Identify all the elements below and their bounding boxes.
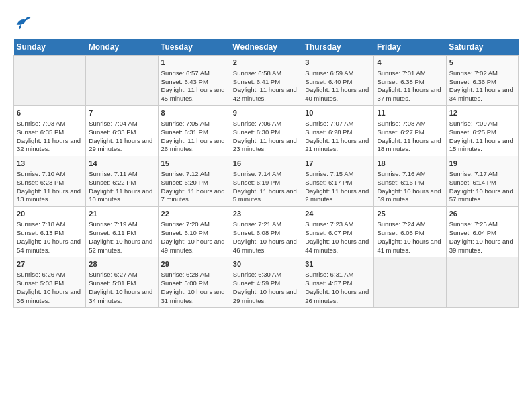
sunset-text: Sunset: 6:43 PM [161, 78, 227, 87]
daylight-text: Daylight: 11 hours and 5 minutes. [233, 187, 299, 205]
sunset-text: Sunset: 6:08 PM [233, 229, 299, 238]
sunset-text: Sunset: 6:05 PM [377, 229, 443, 238]
daylight-text: Daylight: 10 hours and 41 minutes. [377, 238, 443, 255]
sunrise-text: Sunrise: 7:16 AM [377, 170, 443, 179]
sunrise-text: Sunrise: 7:11 AM [89, 170, 154, 179]
sunrise-text: Sunrise: 7:08 AM [377, 120, 443, 128]
sunset-text: Sunset: 6:19 PM [233, 179, 299, 187]
sunrise-text: Sunrise: 6:30 AM [233, 271, 299, 279]
daylight-text: Daylight: 11 hours and 13 minutes. [17, 187, 83, 205]
page-header [13, 13, 519, 32]
calendar-cell: 14Sunrise: 7:11 AMSunset: 6:22 PMDayligh… [86, 156, 158, 207]
day-number: 12 [449, 108, 515, 118]
daylight-text: Daylight: 11 hours and 10 minutes. [89, 187, 154, 205]
day-number: 11 [377, 108, 443, 118]
sunrise-text: Sunrise: 7:24 AM [377, 220, 443, 229]
sunset-text: Sunset: 6:36 PM [449, 78, 515, 87]
calendar-cell: 21Sunrise: 7:19 AMSunset: 6:11 PMDayligh… [86, 207, 158, 257]
calendar-table: SundayMondayTuesdayWednesdayThursdayFrid… [13, 39, 519, 308]
day-number: 15 [161, 158, 227, 169]
day-number: 31 [305, 259, 371, 269]
calendar-cell: 15Sunrise: 7:12 AMSunset: 6:20 PMDayligh… [158, 156, 230, 207]
sunrise-text: Sunrise: 7:02 AM [449, 69, 515, 78]
day-number: 17 [305, 158, 371, 169]
calendar-cell: 8Sunrise: 7:05 AMSunset: 6:31 PMDaylight… [158, 106, 230, 156]
sunrise-text: Sunrise: 6:57 AM [161, 69, 227, 78]
sunrise-text: Sunrise: 7:03 AM [17, 120, 83, 128]
sunrise-text: Sunrise: 7:14 AM [233, 170, 299, 179]
sunset-text: Sunset: 4:57 PM [305, 279, 371, 288]
calendar-week-1: 1Sunrise: 6:57 AMSunset: 6:43 PMDaylight… [14, 56, 519, 106]
day-header-monday: Monday [86, 39, 158, 56]
day-number: 18 [377, 158, 443, 169]
calendar-cell: 18Sunrise: 7:16 AMSunset: 6:16 PMDayligh… [374, 156, 446, 207]
calendar-cell [374, 257, 446, 308]
sunrise-text: Sunrise: 6:59 AM [305, 69, 371, 78]
calendar-cell: 10Sunrise: 7:07 AMSunset: 6:28 PMDayligh… [302, 106, 374, 156]
sunset-text: Sunset: 4:59 PM [233, 279, 299, 288]
day-number: 16 [233, 158, 299, 169]
daylight-text: Daylight: 10 hours and 57 minutes. [449, 187, 515, 205]
calendar-cell: 1Sunrise: 6:57 AMSunset: 6:43 PMDaylight… [158, 56, 230, 106]
calendar-cell: 6Sunrise: 7:03 AMSunset: 6:35 PMDaylight… [14, 106, 86, 156]
sunset-text: Sunset: 6:14 PM [449, 179, 515, 187]
day-number: 13 [17, 158, 83, 169]
day-header-friday: Friday [374, 39, 446, 56]
sunrise-text: Sunrise: 7:25 AM [449, 220, 515, 229]
daylight-text: Daylight: 11 hours and 15 minutes. [449, 137, 515, 154]
calendar-cell: 4Sunrise: 7:01 AMSunset: 6:38 PMDaylight… [374, 56, 446, 106]
day-number: 28 [89, 259, 154, 269]
sunrise-text: Sunrise: 7:10 AM [17, 170, 83, 179]
sunset-text: Sunset: 6:20 PM [161, 179, 227, 187]
sunrise-text: Sunrise: 6:26 AM [17, 271, 83, 279]
calendar-cell: 17Sunrise: 7:15 AMSunset: 6:17 PMDayligh… [302, 156, 374, 207]
day-number: 29 [161, 259, 227, 269]
daylight-text: Daylight: 11 hours and 18 minutes. [377, 137, 443, 154]
daylight-text: Daylight: 10 hours and 26 minutes. [305, 288, 371, 306]
calendar-cell: 23Sunrise: 7:21 AMSunset: 6:08 PMDayligh… [230, 207, 302, 257]
daylight-text: Daylight: 10 hours and 46 minutes. [233, 238, 299, 255]
daylight-text: Daylight: 11 hours and 26 minutes. [161, 137, 227, 154]
sunset-text: Sunset: 6:22 PM [89, 179, 154, 187]
day-number: 20 [17, 209, 83, 219]
day-number: 19 [449, 158, 515, 169]
daylight-text: Daylight: 11 hours and 29 minutes. [89, 137, 154, 154]
sunrise-text: Sunrise: 7:07 AM [305, 120, 371, 128]
calendar-cell: 13Sunrise: 7:10 AMSunset: 6:23 PMDayligh… [14, 156, 86, 207]
daylight-text: Daylight: 10 hours and 54 minutes. [17, 238, 83, 255]
sunset-text: Sunset: 5:01 PM [89, 279, 154, 288]
calendar-cell: 9Sunrise: 7:06 AMSunset: 6:30 PMDaylight… [230, 106, 302, 156]
day-number: 25 [377, 209, 443, 219]
day-number: 30 [233, 259, 299, 269]
sunset-text: Sunset: 6:10 PM [161, 229, 227, 238]
sunset-text: Sunset: 6:33 PM [89, 128, 154, 137]
day-number: 21 [89, 209, 154, 219]
sunrise-text: Sunrise: 7:21 AM [233, 220, 299, 229]
sunset-text: Sunset: 6:11 PM [89, 229, 154, 238]
calendar-cell: 29Sunrise: 6:28 AMSunset: 5:00 PMDayligh… [158, 257, 230, 308]
day-number: 7 [89, 108, 154, 118]
day-header-saturday: Saturday [446, 39, 518, 56]
sunrise-text: Sunrise: 7:15 AM [305, 170, 371, 179]
calendar-week-3: 13Sunrise: 7:10 AMSunset: 6:23 PMDayligh… [14, 156, 519, 207]
day-number: 5 [449, 58, 515, 68]
calendar-cell: 11Sunrise: 7:08 AMSunset: 6:27 PMDayligh… [374, 106, 446, 156]
day-number: 6 [17, 108, 83, 118]
daylight-text: Daylight: 10 hours and 34 minutes. [89, 288, 154, 306]
calendar-cell: 25Sunrise: 7:24 AMSunset: 6:05 PMDayligh… [374, 207, 446, 257]
calendar-week-4: 20Sunrise: 7:18 AMSunset: 6:13 PMDayligh… [14, 207, 519, 257]
day-number: 24 [305, 209, 371, 219]
sunset-text: Sunset: 6:17 PM [305, 179, 371, 187]
calendar-week-5: 27Sunrise: 6:26 AMSunset: 5:03 PMDayligh… [14, 257, 519, 308]
daylight-text: Daylight: 10 hours and 59 minutes. [377, 187, 443, 205]
day-number: 4 [377, 58, 443, 68]
sunrise-text: Sunrise: 7:19 AM [89, 220, 154, 229]
calendar-week-2: 6Sunrise: 7:03 AMSunset: 6:35 PMDaylight… [14, 106, 519, 156]
sunrise-text: Sunrise: 6:27 AM [89, 271, 154, 279]
calendar-cell: 20Sunrise: 7:18 AMSunset: 6:13 PMDayligh… [14, 207, 86, 257]
calendar-cell: 22Sunrise: 7:20 AMSunset: 6:10 PMDayligh… [158, 207, 230, 257]
sunrise-text: Sunrise: 7:18 AM [17, 220, 83, 229]
sunset-text: Sunset: 5:03 PM [17, 279, 83, 288]
sunset-text: Sunset: 6:38 PM [377, 78, 443, 87]
sunset-text: Sunset: 6:30 PM [233, 128, 299, 137]
